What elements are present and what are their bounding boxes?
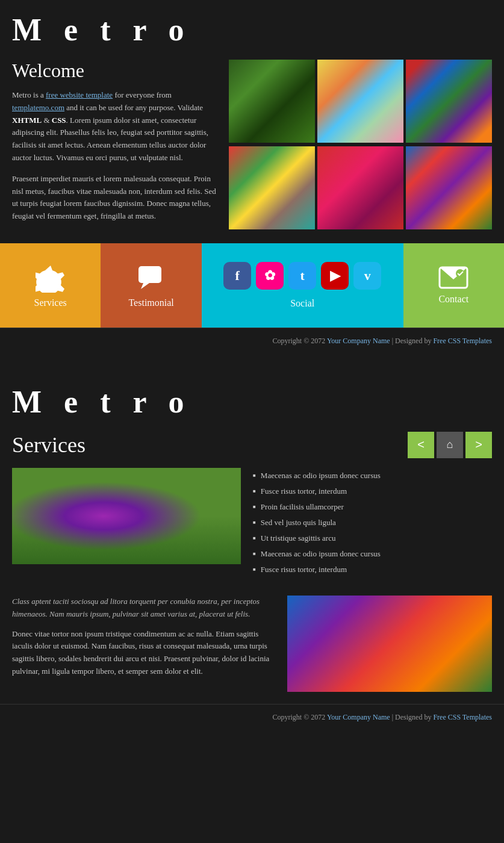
services-text-block: Class aptent taciti sociosqu ad litora t… [12,596,275,692]
photo-threads [406,60,492,143]
welcome-para1: Metro is a free website template for eve… [12,89,217,164]
page1-logo: M e t r o [12,12,492,48]
page1-footer: Copyright © 2072 Your Company Name | Des… [0,328,504,354]
contact-tile[interactable]: Contact [403,243,504,328]
photo-candy [317,60,403,143]
testimonial-tile[interactable]: Testimonial [101,243,201,328]
svg-point-5 [456,269,464,278]
social-tile[interactable]: f ✿ t ▶ v Social [202,243,403,328]
svg-rect-1 [138,266,161,283]
services-graffiti-image [287,596,492,692]
welcome-para2: Praesent imperdiet mauris et lorem males… [12,173,217,223]
list-item: Maecenas ac odio ipsum donec cursus [253,468,492,484]
facebook-icon[interactable]: f [223,262,251,290]
footer2-copyright: Copyright © 2072 [273,713,326,721]
page1-header: M e t r o [0,0,504,54]
page-2: M e t r o Services < ⌂ > Maecenas ac odi… [0,372,504,730]
twitter-icon[interactable]: t [288,262,316,290]
css-text: CSS [52,116,66,125]
main-content: Welcome Metro is a free website template… [0,54,504,243]
services-italic-para: Class aptent taciti sociosqu ad litora t… [12,596,275,621]
services-main-image [12,468,241,577]
footer-company-link[interactable]: Your Company Name [327,337,390,345]
free-template-link[interactable]: free website template [46,90,113,99]
page2-logo: M e t r o [12,384,492,420]
services-bottom: Class aptent taciti sociosqu ad litora t… [0,589,504,704]
list-item: Maecenas ac odio ipsum donec cursus [253,546,492,562]
xhtml-text: XHTML [12,116,42,125]
left-column: Welcome Metro is a free website template… [12,60,217,231]
list-item: Ut tristique sagittis arcu [253,530,492,546]
photo-hearts [317,146,403,229]
chat-icon [136,263,166,293]
services-normal-para: Donec vitae tortor non ipsum tristique c… [12,628,275,678]
footer-copyright: Copyright © 2072 [273,337,326,345]
services-header-row: Services < ⌂ > [0,426,504,468]
services-content: Maecenas ac odio ipsum donec cursusFusce… [0,468,504,589]
vimeo-icon[interactable]: v [353,262,381,290]
graffiti-bg [287,596,492,692]
svg-marker-2 [141,283,149,289]
photo-green-leaves [229,60,315,143]
tiles-row: Services Testimonial f ✿ t ▶ v Social [0,243,504,328]
testimonial-tile-label: Testimonial [128,297,173,308]
mail-icon [438,266,468,289]
welcome-heading: Welcome [12,60,217,82]
page-1: M e t r o Welcome Metro is a free websit… [0,0,504,354]
youtube-icon[interactable]: ▶ [321,262,349,290]
services-tile[interactable]: Services [0,243,101,328]
services-heading: Services [12,432,86,458]
gear-icon [36,263,66,293]
services-tile-label: Services [34,297,67,308]
bee-flower-bg [12,468,241,564]
list-item: Fusce risus tortor, interdum [253,562,492,577]
photo-graffiti [406,146,492,229]
prev-button[interactable]: < [408,432,434,458]
list-item: Sed vel justo quis ligula [253,515,492,530]
photo-fruits [229,146,315,229]
list-item: Proin facilisis ullamcorper [253,499,492,515]
social-icons-row: f ✿ t ▶ v [223,262,381,290]
nav-buttons: < ⌂ > [408,432,492,458]
footer-designer-link[interactable]: Free CSS Templates [433,337,492,345]
page2-footer: Copyright © 2072 Your Company Name | Des… [0,704,504,730]
footer-designed: | Designed by [392,337,432,345]
home-button[interactable]: ⌂ [437,432,463,458]
footer2-designed: | Designed by [392,713,432,721]
contact-tile-label: Contact [438,294,468,305]
services-ul: Maecenas ac odio ipsum donec cursusFusce… [253,468,492,577]
footer2-company-link[interactable]: Your Company Name [327,713,390,721]
services-list: Maecenas ac odio ipsum donec cursusFusce… [253,468,492,577]
next-button[interactable]: > [465,432,492,458]
page2-header: M e t r o [0,372,504,426]
social-tile-label: Social [290,298,314,309]
bee-flower-image [12,468,241,564]
photo-grid [229,60,492,231]
flickr-icon[interactable]: ✿ [256,262,284,290]
list-item: Fusce risus tortor, interdum [253,484,492,499]
footer2-designer-link[interactable]: Free CSS Templates [433,713,492,721]
templatemo-link[interactable]: templatemo.com [12,103,64,112]
